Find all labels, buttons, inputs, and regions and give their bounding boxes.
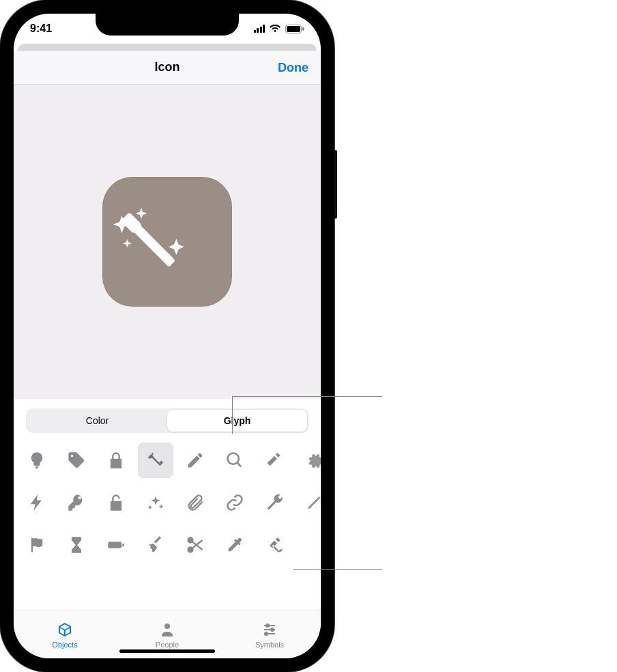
segment-glyph[interactable]: Glyph [167,410,307,432]
glyph-paperclip[interactable] [177,485,213,520]
glyph-link[interactable] [217,485,253,520]
home-indicator[interactable] [119,649,215,653]
glyph-battery[interactable] [98,527,134,563]
svg-point-16 [164,624,170,629]
glyph-lightbulb[interactable] [19,443,55,478]
glyph-hammer[interactable] [257,443,292,478]
glyph-bolt[interactable] [19,485,55,520]
icon-preview-tile [102,177,232,307]
notch [96,14,239,36]
svg-point-13 [188,548,193,552]
lightbulb-icon [27,451,46,470]
svg-line-14 [192,542,203,550]
bolt-icon [27,493,46,512]
screen: 9:41 Icon Done [14,14,321,658]
svg-point-20 [271,628,274,631]
battery-icon [285,25,304,33]
magnifier-icon [225,451,244,470]
segmented-control-wrap: Color Glyph [14,399,321,438]
glyph-scissors[interactable] [177,527,213,563]
glyph-sparkle-cluster[interactable] [138,485,173,520]
glyph-picker[interactable] [14,438,321,611]
glyph-slash[interactable] [296,485,321,520]
gear-icon [304,451,321,470]
svg-point-18 [266,624,269,627]
status-right [254,24,305,33]
unlock-icon [106,493,126,512]
glyph-grid [19,443,321,567]
navbar: Icon Done [14,51,321,85]
callout-line [293,569,382,570]
svg-rect-9 [308,496,321,509]
navbar-title: Icon [154,60,180,74]
glyph-tools[interactable] [257,527,292,563]
cellular-icon [254,25,266,33]
glyph-lock[interactable] [98,443,134,478]
link-icon [225,493,244,512]
pencil-icon [186,451,205,470]
power-button [334,150,337,219]
broom-icon [146,535,165,555]
svg-rect-10 [108,542,121,548]
svg-rect-2 [302,27,304,31]
svg-line-15 [192,540,203,548]
lock-icon [106,451,126,470]
wand-icon [102,194,232,290]
flag-icon [27,535,46,555]
scissors-icon [186,535,205,555]
eyedropper-icon [225,535,244,555]
glyph-wrench[interactable] [257,485,292,520]
svg-point-22 [265,632,268,635]
glyph-key[interactable] [59,485,94,520]
slash-icon [304,493,321,512]
glyph-unlock[interactable] [98,485,134,520]
glyph-blank[interactable] [296,527,321,563]
key-icon [67,493,86,512]
wrench-icon [265,493,284,512]
glyph-eyedropper[interactable] [217,527,253,563]
glyph-gear[interactable] [296,443,321,478]
glyph-magnifier[interactable] [217,443,253,478]
svg-rect-11 [122,544,124,547]
segment-color[interactable]: Color [27,410,167,432]
done-button[interactable]: Done [278,60,308,74]
person-icon [158,621,176,638]
svg-point-12 [188,538,193,543]
glyph-pencil[interactable] [177,443,213,478]
wand-icon [146,451,165,470]
tab-objects[interactable]: Objects [14,611,116,658]
tools-icon [265,535,284,555]
cube-icon [56,621,74,638]
tab-label: People [156,641,179,649]
tag-icon [67,451,86,470]
sliders-icon [261,621,278,638]
tab-label: Objects [52,641,77,649]
tab-label: Symbols [255,641,284,649]
glyph-tag[interactable] [59,443,94,478]
phone-frame: 9:41 Icon Done [0,0,334,672]
glyph-wand[interactable] [138,443,173,478]
glyph-flag[interactable] [19,527,55,563]
battery-icon [106,535,126,555]
hammer-icon [265,451,284,470]
status-time: 9:41 [30,23,52,35]
icon-preview-area [14,85,321,399]
glyph-hourglass[interactable] [59,527,94,563]
paperclip-icon [186,493,205,512]
svg-line-8 [238,463,242,467]
tab-symbols[interactable]: Symbols [218,611,321,658]
callout-line [232,396,382,397]
sparkle-icon [146,493,165,512]
svg-rect-1 [287,26,300,32]
callout-line [232,396,233,434]
glyph-broom[interactable] [138,527,173,563]
hourglass-icon [67,535,86,555]
segmented-control: Color Glyph [26,408,308,433]
svg-point-7 [228,453,239,464]
wifi-icon [269,24,281,33]
modal-background-peek [18,44,317,51]
